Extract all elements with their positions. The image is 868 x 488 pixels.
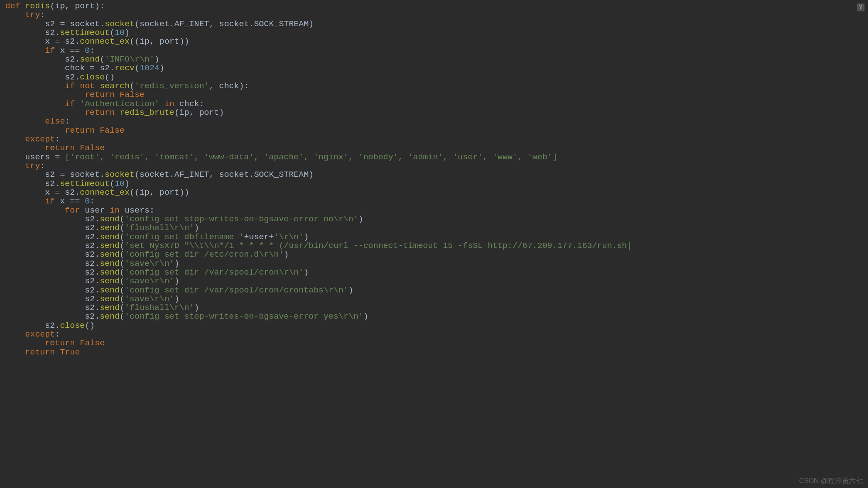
keyword-def: def	[5, 1, 20, 11]
function-name: redis	[25, 1, 50, 11]
help-icon[interactable]: ?	[857, 3, 865, 11]
watermark-text: CSDN @程序员六七	[799, 477, 863, 485]
code-block: def redis(ip, port): try: s2 = socket.so…	[5, 2, 863, 357]
